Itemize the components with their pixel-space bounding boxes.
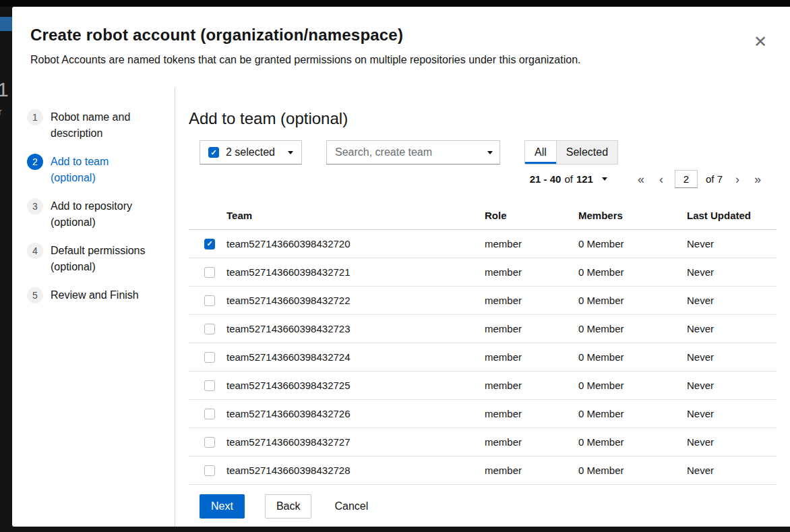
members-cell: 0 Member [578,428,687,456]
team-search-select[interactable] [326,140,500,165]
step-label: Add to team (optional) [51,154,155,186]
current-page-input[interactable] [675,170,698,188]
pagination-of-word: of [564,173,573,185]
wizard-step-review-finish[interactable]: 5 Review and Finish [27,287,168,303]
pagination: 21 - 40 of 121 « ‹ of 7 › » [189,170,767,188]
step-label: Robot name and description [51,109,155,142]
first-page-button[interactable]: « [632,172,650,187]
last-updated-cell: Never [687,258,777,287]
team-name: team527143660398432725 [226,372,485,400]
row-checkbox[interactable]: ✓ [204,409,215,419]
close-icon[interactable]: ✕ [754,34,767,50]
members-cell: 0 Member [578,456,687,485]
chevron-down-icon [602,177,607,181]
members-cell: 0 Member [578,258,687,287]
pagination-menu-toggle[interactable]: 21 - 40 of 121 [530,173,607,185]
wizard-nav: 1 Robot name and description 2 Add to te… [12,88,175,527]
role-cell: member [485,287,578,315]
next-page-button[interactable]: › [729,172,746,187]
role-cell: member [485,428,578,456]
team-name: team527143660398432726 [226,400,485,428]
role-cell: member [485,372,578,400]
table-row: ✓ team527143660398432724 member 0 Member… [189,343,777,372]
wizard-step-default-permissions[interactable]: 4 Default permissions (optional) [27,243,168,275]
backdrop-top-bar [0,0,790,7]
table-row: ✓ team527143660398432723 member 0 Member… [189,315,777,343]
create-robot-account-modal: Create robot account (organization/names… [12,7,790,527]
previous-page-button[interactable]: ‹ [653,172,669,187]
row-checkbox[interactable]: ✓ [204,380,215,391]
team-name: team527143660398432728 [226,456,485,485]
members-cell: 0 Member [578,315,687,343]
members-cell: 0 Member [578,343,687,372]
step-number: 2 [27,154,43,170]
row-checkbox[interactable]: ✓ [204,239,215,249]
wizard-step-add-to-team[interactable]: 2 Add to team (optional) [27,154,168,186]
table-row: ✓ team527143660398432726 member 0 Member… [189,400,777,428]
search-input[interactable] [327,141,487,164]
column-header-last-updated: Last Updated [687,202,777,230]
role-cell: member [485,456,578,485]
wizard-step-robot-name[interactable]: 1 Robot name and description [27,109,168,142]
total-pages-label: of 7 [706,173,723,185]
check-icon: ✓ [210,149,216,156]
bulk-select-checkbox[interactable]: ✓ [208,147,219,158]
row-checkbox[interactable]: ✓ [204,437,215,448]
step-number: 1 [27,109,43,125]
background-button-fragment [0,17,12,31]
wizard-step-add-to-repository[interactable]: 3 Add to repository (optional) [27,198,168,231]
step-number: 4 [27,243,43,259]
table-row: ✓ team527143660398432721 member 0 Member… [189,258,777,287]
last-updated-cell: Never [687,343,777,372]
pagination-total: 121 [576,173,593,185]
back-button[interactable]: Back [265,494,312,519]
role-cell: member [485,400,578,428]
chevron-down-icon [487,151,493,154]
bulk-select-dropdown[interactable]: ✓ 2 selected [200,140,302,165]
step-label: Default permissions (optional) [51,243,155,275]
modal-header: Create robot account (organization/names… [12,7,790,66]
members-cell: 0 Member [578,230,687,258]
wizard-footer: Next Back Cancel [189,485,777,519]
toggle-all[interactable]: All [525,141,556,164]
team-name: team527143660398432727 [226,428,485,456]
team-name: team527143660398432724 [226,343,485,372]
last-updated-cell: Never [687,287,777,315]
table-row: ✓ team527143660398432728 member 0 Member… [189,456,777,485]
last-updated-cell: Never [687,400,777,428]
step-number: 3 [27,198,43,214]
toggle-selected[interactable]: Selected [556,141,617,164]
filter-toggle-group: All Selected [524,140,618,165]
cancel-button[interactable]: Cancel [332,495,371,518]
last-page-button[interactable]: » [748,172,767,187]
team-name: team527143660398432720 [226,230,485,258]
pagination-range: 21 - 40 [530,173,561,185]
row-checkbox[interactable]: ✓ [204,352,215,363]
members-cell: 0 Member [578,400,687,428]
last-updated-cell: Never [687,315,777,343]
members-cell: 0 Member [578,372,687,400]
background-page-fragment: 1 [0,78,9,101]
role-cell: member [485,315,578,343]
step-content: Add to team (optional) ✓ 2 selected All … [175,88,790,527]
modal-body: 1 Robot name and description 2 Add to te… [12,88,790,527]
row-checkbox[interactable]: ✓ [204,295,215,306]
role-cell: member [485,230,578,258]
role-cell: member [485,258,578,287]
team-name: team527143660398432722 [226,287,485,315]
header-checkbox-column [189,202,226,230]
column-header-team: Team [226,202,485,230]
column-header-role: Role [485,202,578,230]
step-label: Add to repository (optional) [51,198,155,231]
teams-table: Team Role Members Last Updated ✓ team527… [189,202,777,485]
row-checkbox[interactable]: ✓ [204,267,215,278]
modal-description: Robot Accounts are named tokens that can… [30,54,750,66]
chevron-down-icon [288,151,293,154]
pagination-nav: « ‹ of 7 › » [632,170,767,188]
table-row: ✓ team527143660398432725 member 0 Member… [189,372,777,400]
table-row: ✓ team527143660398432722 member 0 Member… [189,287,777,315]
next-button[interactable]: Next [200,494,245,519]
modal-title: Create robot account (organization/names… [30,26,750,45]
row-checkbox[interactable]: ✓ [204,465,215,476]
row-checkbox[interactable]: ✓ [204,324,215,334]
